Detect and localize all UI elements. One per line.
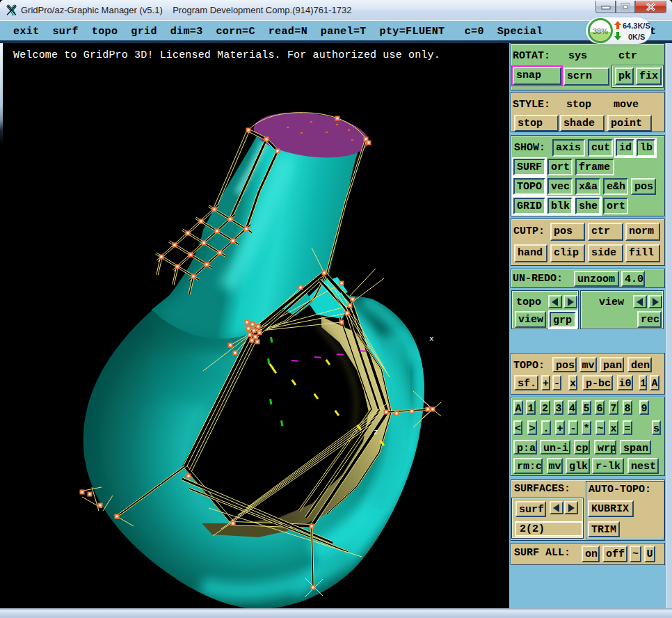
svg-text:z: z: [374, 428, 378, 436]
svg-text:x: x: [429, 335, 434, 343]
